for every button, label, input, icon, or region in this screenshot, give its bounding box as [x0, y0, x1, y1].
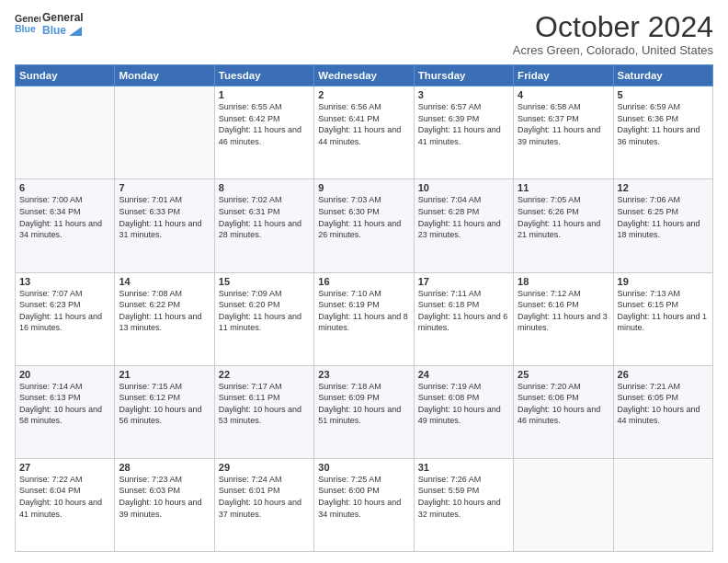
calendar-cell [16, 86, 115, 179]
location: Acres Green, Colorado, United States [513, 43, 713, 57]
calendar-week-1: 1Sunrise: 6:55 AM Sunset: 6:42 PM Daylig… [16, 86, 713, 179]
logo-arrow [69, 27, 82, 36]
calendar-cell: 25Sunrise: 7:20 AM Sunset: 6:06 PM Dayli… [514, 365, 613, 458]
day-number: 18 [518, 276, 609, 287]
calendar-cell: 18Sunrise: 7:12 AM Sunset: 6:16 PM Dayli… [514, 272, 613, 365]
day-number: 3 [418, 89, 509, 100]
calendar-cell [514, 458, 613, 551]
calendar-cell: 3Sunrise: 6:57 AM Sunset: 6:39 PM Daylig… [414, 86, 513, 179]
day-info: Sunrise: 7:01 AM Sunset: 6:33 PM Dayligh… [119, 194, 210, 240]
day-number: 7 [119, 182, 210, 193]
day-number: 12 [618, 182, 709, 193]
calendar-cell: 8Sunrise: 7:02 AM Sunset: 6:31 PM Daylig… [214, 179, 313, 272]
calendar-cell: 5Sunrise: 6:59 AM Sunset: 6:36 PM Daylig… [613, 86, 712, 179]
day-number: 31 [418, 462, 509, 473]
day-number: 19 [618, 276, 709, 287]
calendar-week-2: 6Sunrise: 7:00 AM Sunset: 6:34 PM Daylig… [16, 179, 713, 272]
day-info: Sunrise: 7:14 AM Sunset: 6:13 PM Dayligh… [19, 381, 110, 427]
day-number: 1 [219, 89, 310, 100]
calendar-cell [115, 86, 214, 179]
calendar-cell: 7Sunrise: 7:01 AM Sunset: 6:33 PM Daylig… [115, 179, 214, 272]
day-info: Sunrise: 7:18 AM Sunset: 6:09 PM Dayligh… [318, 381, 409, 427]
calendar-cell [613, 458, 712, 551]
calendar-cell: 20Sunrise: 7:14 AM Sunset: 6:13 PM Dayli… [16, 365, 115, 458]
calendar-cell: 9Sunrise: 7:03 AM Sunset: 6:30 PM Daylig… [314, 179, 414, 272]
day-info: Sunrise: 7:17 AM Sunset: 6:11 PM Dayligh… [219, 381, 310, 427]
calendar-cell: 10Sunrise: 7:04 AM Sunset: 6:28 PM Dayli… [414, 179, 513, 272]
weekday-saturday: Saturday [613, 65, 712, 86]
day-number: 10 [418, 182, 509, 193]
day-info: Sunrise: 6:57 AM Sunset: 6:39 PM Dayligh… [418, 101, 509, 147]
calendar-cell: 12Sunrise: 7:06 AM Sunset: 6:25 PM Dayli… [613, 179, 712, 272]
day-number: 13 [19, 276, 110, 287]
day-info: Sunrise: 6:58 AM Sunset: 6:37 PM Dayligh… [518, 101, 609, 147]
weekday-thursday: Thursday [414, 65, 513, 86]
calendar-cell: 23Sunrise: 7:18 AM Sunset: 6:09 PM Dayli… [314, 365, 414, 458]
day-info: Sunrise: 7:26 AM Sunset: 5:59 PM Dayligh… [418, 474, 509, 520]
day-info: Sunrise: 7:20 AM Sunset: 6:06 PM Dayligh… [518, 381, 609, 427]
calendar-cell: 22Sunrise: 7:17 AM Sunset: 6:11 PM Dayli… [214, 365, 313, 458]
logo-general: General [42, 11, 84, 24]
month-title: October 2024 [513, 11, 713, 43]
day-number: 6 [19, 182, 110, 193]
calendar-cell: 13Sunrise: 7:07 AM Sunset: 6:23 PM Dayli… [16, 272, 115, 365]
calendar-week-4: 20Sunrise: 7:14 AM Sunset: 6:13 PM Dayli… [16, 365, 713, 458]
day-number: 4 [518, 89, 609, 100]
day-info: Sunrise: 6:59 AM Sunset: 6:36 PM Dayligh… [618, 101, 709, 147]
calendar-cell: 21Sunrise: 7:15 AM Sunset: 6:12 PM Dayli… [115, 365, 214, 458]
day-number: 17 [418, 276, 509, 287]
day-number: 16 [318, 276, 409, 287]
day-number: 20 [19, 369, 110, 380]
day-info: Sunrise: 7:15 AM Sunset: 6:12 PM Dayligh… [119, 381, 210, 427]
calendar-cell: 24Sunrise: 7:19 AM Sunset: 6:08 PM Dayli… [414, 365, 513, 458]
svg-text:Blue: Blue [15, 23, 36, 34]
day-info: Sunrise: 7:09 AM Sunset: 6:20 PM Dayligh… [219, 288, 310, 334]
day-info: Sunrise: 7:06 AM Sunset: 6:25 PM Dayligh… [618, 194, 709, 240]
day-info: Sunrise: 7:23 AM Sunset: 6:03 PM Dayligh… [119, 474, 210, 520]
day-info: Sunrise: 7:21 AM Sunset: 6:05 PM Dayligh… [618, 381, 709, 427]
day-info: Sunrise: 6:56 AM Sunset: 6:41 PM Dayligh… [318, 101, 409, 147]
day-info: Sunrise: 6:55 AM Sunset: 6:42 PM Dayligh… [219, 101, 310, 147]
day-number: 27 [19, 462, 110, 473]
day-number: 26 [618, 369, 709, 380]
calendar-cell: 4Sunrise: 6:58 AM Sunset: 6:37 PM Daylig… [514, 86, 613, 179]
day-info: Sunrise: 7:05 AM Sunset: 6:26 PM Dayligh… [518, 194, 609, 240]
calendar-cell: 17Sunrise: 7:11 AM Sunset: 6:18 PM Dayli… [414, 272, 513, 365]
day-number: 21 [119, 369, 210, 380]
calendar-cell: 28Sunrise: 7:23 AM Sunset: 6:03 PM Dayli… [115, 458, 214, 551]
day-info: Sunrise: 7:24 AM Sunset: 6:01 PM Dayligh… [219, 474, 310, 520]
calendar-cell: 31Sunrise: 7:26 AM Sunset: 5:59 PM Dayli… [414, 458, 513, 551]
logo-blue: Blue [42, 24, 84, 37]
calendar-cell: 1Sunrise: 6:55 AM Sunset: 6:42 PM Daylig… [214, 86, 313, 179]
calendar-cell: 15Sunrise: 7:09 AM Sunset: 6:20 PM Dayli… [214, 272, 313, 365]
calendar-cell: 19Sunrise: 7:13 AM Sunset: 6:15 PM Dayli… [613, 272, 712, 365]
calendar-week-3: 13Sunrise: 7:07 AM Sunset: 6:23 PM Dayli… [16, 272, 713, 365]
day-number: 25 [518, 369, 609, 380]
weekday-tuesday: Tuesday [214, 65, 313, 86]
weekday-sunday: Sunday [16, 65, 115, 86]
weekday-friday: Friday [514, 65, 613, 86]
calendar-cell: 14Sunrise: 7:08 AM Sunset: 6:22 PM Dayli… [115, 272, 214, 365]
day-number: 22 [219, 369, 310, 380]
day-info: Sunrise: 7:04 AM Sunset: 6:28 PM Dayligh… [418, 194, 509, 240]
day-info: Sunrise: 7:13 AM Sunset: 6:15 PM Dayligh… [618, 288, 709, 334]
weekday-wednesday: Wednesday [314, 65, 414, 86]
day-info: Sunrise: 7:08 AM Sunset: 6:22 PM Dayligh… [119, 288, 210, 334]
day-info: Sunrise: 7:03 AM Sunset: 6:30 PM Dayligh… [318, 194, 409, 240]
day-info: Sunrise: 7:00 AM Sunset: 6:34 PM Dayligh… [19, 194, 110, 240]
day-number: 2 [318, 89, 409, 100]
day-number: 30 [318, 462, 409, 473]
day-number: 15 [219, 276, 310, 287]
calendar-cell: 16Sunrise: 7:10 AM Sunset: 6:19 PM Dayli… [314, 272, 414, 365]
day-number: 14 [119, 276, 210, 287]
calendar-cell: 2Sunrise: 6:56 AM Sunset: 6:41 PM Daylig… [314, 86, 414, 179]
day-number: 8 [219, 182, 310, 193]
day-info: Sunrise: 7:10 AM Sunset: 6:19 PM Dayligh… [318, 288, 409, 334]
calendar-cell: 29Sunrise: 7:24 AM Sunset: 6:01 PM Dayli… [214, 458, 313, 551]
calendar-table: SundayMondayTuesdayWednesdayThursdayFrid… [15, 64, 713, 552]
day-info: Sunrise: 7:22 AM Sunset: 6:04 PM Dayligh… [19, 474, 110, 520]
day-info: Sunrise: 7:02 AM Sunset: 6:31 PM Dayligh… [219, 194, 310, 240]
title-block: October 2024 Acres Green, Colorado, Unit… [513, 11, 713, 57]
calendar-week-5: 27Sunrise: 7:22 AM Sunset: 6:04 PM Dayli… [16, 458, 713, 551]
calendar-cell: 27Sunrise: 7:22 AM Sunset: 6:04 PM Dayli… [16, 458, 115, 551]
